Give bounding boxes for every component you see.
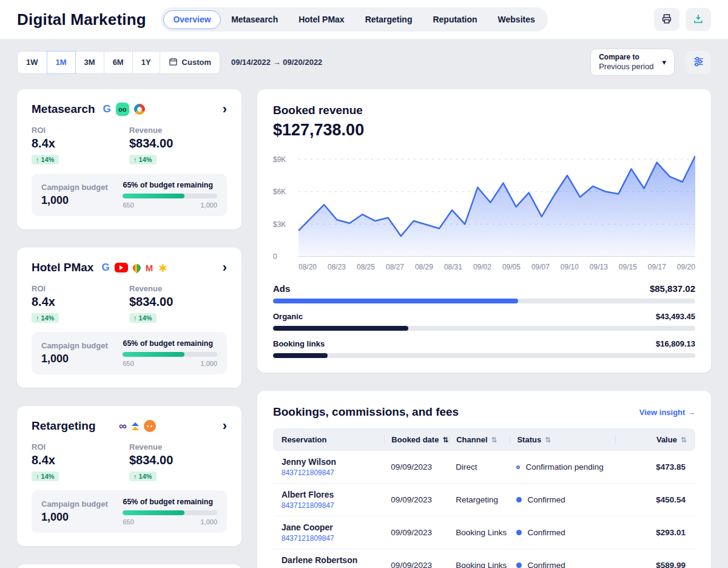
booking-value: $473.85 <box>622 462 687 472</box>
chart-plot-area[interactable] <box>298 150 695 257</box>
chevron-right-icon[interactable]: › <box>223 419 227 433</box>
x-axis-tick: 09/02 <box>473 263 491 271</box>
breakdown-bar-fill <box>273 353 328 358</box>
channel: Retargeting <box>456 495 516 504</box>
budget-total: 1,000 <box>200 360 217 367</box>
sort-icon[interactable]: ⇅ <box>681 436 687 444</box>
column-value[interactable]: Value ⇅ <box>615 435 687 444</box>
channel: Direct <box>456 462 516 472</box>
filter-settings-button[interactable] <box>686 51 711 74</box>
filter-bar: 1W 1M 3M 6M 1Y Custom 09/14/2022 → 09/20… <box>0 39 728 78</box>
arrows-icon <box>132 422 139 430</box>
column-status[interactable]: Status ⇅ <box>510 435 622 444</box>
channel: Booking Links <box>456 561 516 568</box>
range-3m[interactable]: 3M <box>75 51 104 74</box>
budget-progress-fill <box>123 194 184 198</box>
table-row[interactable]: Jane Cooper 8437121809847 09/09/2023 Boo… <box>273 516 695 549</box>
breakdown-row-booking-links: Booking links $16,809.13 <box>273 339 695 358</box>
compare-dropdown[interactable]: Compare to Previous period ▾ <box>590 49 675 76</box>
card-title: Metasearch <box>32 103 95 116</box>
x-axis-tick: 09/15 <box>619 263 637 271</box>
roi-delta-badge: ↑ 14% <box>32 155 59 164</box>
guest-name: Jenny Wilson <box>281 457 391 467</box>
compare-value: Previous period <box>599 62 653 72</box>
table-row[interactable]: Jenny Wilson 8437121809847 09/09/2023 Di… <box>273 451 695 484</box>
booked-date: 09/09/2023 <box>391 528 456 537</box>
print-button[interactable] <box>654 8 679 31</box>
google-icon: G <box>103 103 111 115</box>
x-axis-tick: 08/20 <box>298 263 317 271</box>
x-axis-tick: 09/17 <box>648 263 666 271</box>
x-axis-tick: 09/13 <box>590 263 608 271</box>
google-maps-icon <box>133 264 141 272</box>
x-axis-tick: 09/10 <box>561 263 579 271</box>
x-axis-tick: 08/27 <box>386 263 404 271</box>
range-1y[interactable]: 1Y <box>132 51 160 74</box>
card-title: Hotel PMax <box>32 261 93 274</box>
tab-reputation[interactable]: Reputation <box>422 10 487 29</box>
range-1w[interactable]: 1W <box>17 51 47 74</box>
range-custom[interactable]: Custom <box>160 51 220 74</box>
revenue-delta-badge: ↑ 14% <box>129 313 157 323</box>
guest-name: Albert Flores <box>281 490 391 499</box>
chart-x-axis: 08/2008/2308/2508/2708/2908/3109/0209/05… <box>298 263 695 271</box>
tab-overview[interactable]: Overview <box>163 10 221 29</box>
budget-progress-fill <box>123 352 184 357</box>
card-title: Retargeting <box>32 419 96 433</box>
selected-date-range: 09/14/2022 → 09/20/2022 <box>231 58 322 67</box>
nav-tabs: Overview Metasearch Hotel PMax Retargeti… <box>161 7 548 32</box>
status-dot <box>516 530 522 535</box>
trivago-icon <box>134 104 145 115</box>
column-channel[interactable]: Channel ⇅ <box>449 435 516 444</box>
gmail-icon: M <box>146 263 153 273</box>
booked-date: 09/09/2023 <box>391 561 456 568</box>
x-axis-tick: 08/29 <box>415 263 433 271</box>
breakdown-label: Ads <box>273 283 290 294</box>
sort-icon[interactable]: ⇅ <box>545 436 551 444</box>
roi-value: 8.4x <box>32 453 129 467</box>
roi-value: 8.4x <box>32 137 129 150</box>
range-1m[interactable]: 1M <box>47 51 76 74</box>
budget-used: 650 <box>123 360 133 367</box>
x-axis-tick: 08/25 <box>357 263 375 271</box>
tab-metasearch[interactable]: Metasearch <box>221 10 288 29</box>
table-row[interactable]: Darlene Robertson 8437121809847 09/09/20… <box>273 549 695 568</box>
tab-hotel-pmax[interactable]: Hotel PMax <box>288 10 354 29</box>
hotel-pmax-card[interactable]: Hotel PMax G M ∗ › ROI 8.4x ↑ 14% Revenu… <box>17 248 241 388</box>
reputation-card[interactable]: Reputation › <box>17 564 241 568</box>
budget-progress-track <box>123 352 217 357</box>
reservation-id-link[interactable]: 8437121809847 <box>281 501 391 510</box>
sort-icon[interactable]: ⇅ <box>442 436 448 444</box>
budget-label: Campaign budget <box>41 183 116 192</box>
sort-icon[interactable]: ⇅ <box>491 436 497 444</box>
chevron-down-icon: ▾ <box>662 58 666 67</box>
table-row[interactable]: Albert Flores 8437121809847 09/09/2023 R… <box>273 484 695 516</box>
breakdown-bar-track <box>273 353 695 358</box>
retargeting-card[interactable]: Retargeting ∞ › ROI 8.4x ↑ 14% Revenue $ <box>17 406 241 546</box>
view-insight-link[interactable]: View insight → <box>639 408 695 417</box>
revenue-value: $834.00 <box>129 137 227 150</box>
campaign-budget-box: Campaign budget 1,000 65% of budget rema… <box>32 332 227 374</box>
breakdown-label: Organic <box>273 312 303 321</box>
microsoft-icon <box>104 421 115 432</box>
revenue-label: Revenue <box>129 126 227 135</box>
reservation-id-link[interactable]: 8437121809847 <box>281 468 391 477</box>
export-button[interactable] <box>686 8 711 31</box>
chevron-right-icon[interactable]: › <box>223 261 227 274</box>
metasearch-card[interactable]: Metasearch G oo › ROI 8.4x ↑ 14% Revenue… <box>17 89 241 229</box>
range-6m[interactable]: 6M <box>104 51 133 74</box>
reservation-id-link[interactable]: 8437121809847 <box>281 534 391 543</box>
tab-websites[interactable]: Websites <box>488 10 545 29</box>
status-text: Confirmed <box>527 561 565 568</box>
budget-progress-track <box>123 194 217 198</box>
budget-used: 650 <box>123 518 133 526</box>
criteo-icon <box>144 420 156 432</box>
revenue-label: Revenue <box>129 284 227 293</box>
campaign-budget-box: Campaign budget 1,000 65% of budget rema… <box>32 490 227 533</box>
export-icon <box>693 13 704 26</box>
revenue-delta-badge: ↑ 14% <box>129 155 157 164</box>
tab-retargeting[interactable]: Retargeting <box>355 10 423 29</box>
column-booked-date[interactable]: Booked date ⇅ <box>384 435 456 444</box>
chevron-right-icon[interactable]: › <box>223 103 227 116</box>
status-dot <box>516 497 522 502</box>
